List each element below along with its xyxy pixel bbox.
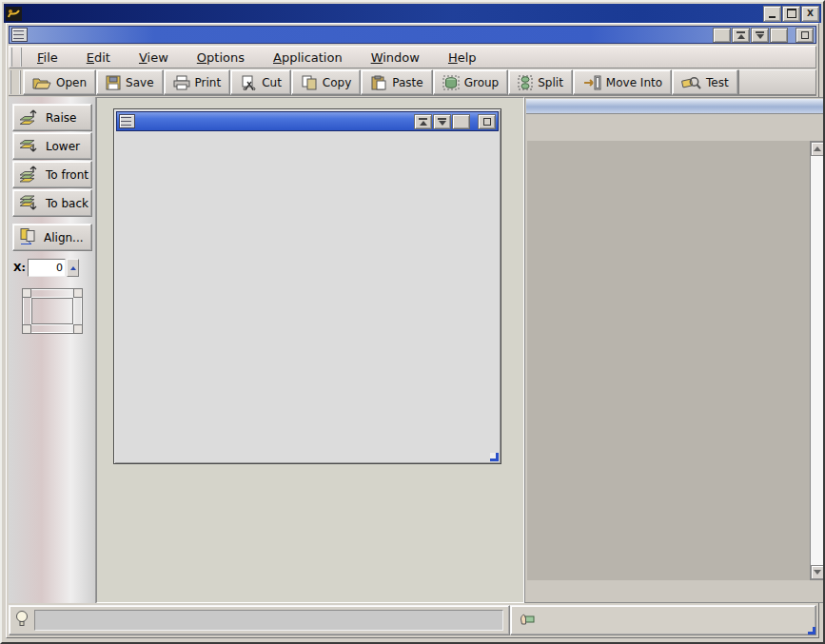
- document-titlebar[interactable]: [9, 26, 816, 44]
- lower-icon: [18, 136, 42, 157]
- maximize-button[interactable]: [782, 6, 800, 22]
- geometry-row-x: X:: [10, 257, 93, 279]
- toolbar-grip[interactable]: [10, 70, 21, 94]
- toolbar-button-label: Save: [126, 76, 153, 89]
- statusbar: [9, 605, 816, 635]
- palette-titlebar[interactable]: [526, 99, 824, 114]
- bulb-icon: [15, 610, 29, 632]
- palette-tabs: [526, 114, 824, 141]
- base-module-titlebar[interactable]: [116, 111, 499, 131]
- selection-panel: [510, 605, 816, 635]
- hand-icon: [519, 612, 535, 629]
- toolbar-open-button[interactable]: Open: [23, 69, 96, 95]
- toolbar-cut-button[interactable]: Cut: [230, 69, 291, 95]
- scroll-up-button[interactable]: [811, 142, 824, 156]
- app-frame: FileEditViewOptionsApplicationWindowHelp…: [6, 23, 819, 638]
- toolbar-test-button[interactable]: Test: [672, 69, 738, 95]
- paste-icon: [370, 75, 387, 90]
- zoom-button[interactable]: [751, 28, 769, 43]
- print-icon: [173, 75, 190, 90]
- phab-logo-icon: [6, 7, 22, 21]
- toolbar-print-button[interactable]: Print: [164, 69, 231, 95]
- menu-item-edit[interactable]: Edit: [83, 49, 114, 67]
- to-front-button[interactable]: To front: [12, 161, 92, 188]
- module-menu-icon[interactable]: [119, 114, 135, 128]
- menu-item-help[interactable]: Help: [444, 49, 481, 67]
- geometry-label: X:: [10, 262, 26, 274]
- toolbar-button-label: Split: [538, 76, 563, 89]
- toolbar-filler: [738, 69, 816, 95]
- split-icon: [518, 75, 533, 90]
- x-field[interactable]: [28, 259, 66, 277]
- copy-icon: [301, 75, 318, 90]
- help-button[interactable]: [713, 28, 731, 43]
- raise-button[interactable]: Raise: [12, 104, 92, 131]
- restore-button[interactable]: [770, 28, 788, 43]
- mdi-close-button[interactable]: [796, 28, 814, 43]
- hint-panel: [9, 605, 510, 635]
- toolbar-save-button[interactable]: Save: [96, 69, 163, 95]
- toolbar-move-into-button[interactable]: Move Into: [573, 69, 672, 95]
- toolbar-split-button[interactable]: Split: [508, 69, 573, 95]
- module-close-button[interactable]: [478, 114, 496, 129]
- menu-item-options[interactable]: Options: [193, 49, 248, 67]
- toolbar-button-label: Cut: [262, 76, 282, 89]
- button-label: Lower: [46, 140, 80, 153]
- module-zoom-button[interactable]: [433, 114, 451, 129]
- palette-scrollbar[interactable]: [810, 141, 825, 580]
- menu-item-accel: W: [371, 50, 383, 65]
- window-resize-corner[interactable]: [808, 627, 815, 634]
- to-front-icon: [18, 165, 42, 185]
- hint-field: [34, 610, 503, 631]
- menu-item-accel: O: [197, 50, 206, 65]
- design-canvas[interactable]: [96, 97, 524, 603]
- base-module-window[interactable]: [113, 108, 501, 464]
- toolbar-button-label: Move Into: [606, 76, 662, 89]
- toolbar-button-label: Print: [195, 76, 222, 89]
- group-icon: [442, 75, 460, 90]
- widget-list: [527, 141, 825, 580]
- module-resize-grip[interactable]: [490, 453, 499, 461]
- align-button[interactable]: Align...: [12, 224, 92, 251]
- button-label: Align...: [44, 231, 84, 244]
- menu-item-window[interactable]: Window: [367, 49, 423, 67]
- module-collapse-button[interactable]: [414, 114, 432, 129]
- scroll-down-button[interactable]: [811, 565, 824, 579]
- toolbar-copy-button[interactable]: Copy: [291, 69, 361, 95]
- menubar-grip[interactable]: [10, 48, 22, 67]
- toolbar-paste-button[interactable]: Paste: [361, 69, 432, 95]
- menu-item-file[interactable]: File: [33, 49, 62, 67]
- collapse-button[interactable]: [732, 28, 750, 43]
- widget-palette: [524, 97, 825, 603]
- menu-item-accel: A: [273, 50, 282, 65]
- toolbar-button-label: Group: [464, 76, 500, 89]
- workspace: RaiseLowerTo frontTo back Align... X:: [9, 97, 816, 603]
- x-spinner[interactable]: [67, 259, 79, 277]
- toolbar-group-button[interactable]: Group: [433, 69, 509, 95]
- close-button[interactable]: X: [801, 6, 819, 22]
- menu-item-accel: E: [87, 50, 94, 65]
- spinner-up-icon[interactable]: [67, 259, 79, 277]
- geometry-panel: X:: [10, 257, 93, 279]
- test-icon: [681, 75, 701, 90]
- menu-item-accel: F: [37, 50, 44, 65]
- toolbar-button-label: Copy: [323, 76, 351, 89]
- window-menu-icon[interactable]: [11, 28, 28, 42]
- phab-application-window: X FileEditViewOptionsApplicationWindowHe…: [0, 0, 825, 644]
- raise-icon: [18, 107, 42, 128]
- toolbar-button-label: Test: [706, 76, 729, 89]
- open-icon: [32, 75, 51, 90]
- menu-item-application[interactable]: Application: [269, 49, 346, 67]
- button-label: To front: [46, 168, 88, 182]
- window-titlebar[interactable]: X: [4, 4, 821, 23]
- cut-icon: [240, 75, 257, 90]
- toolbar-button-label: Paste: [392, 76, 422, 89]
- minimize-button[interactable]: [763, 6, 781, 22]
- anchor-editor[interactable]: [22, 288, 83, 334]
- to-back-button[interactable]: To back: [12, 189, 92, 217]
- module-restore-button[interactable]: [452, 114, 470, 129]
- sidebar: RaiseLowerTo frontTo back Align... X:: [9, 97, 96, 603]
- menu-item-view[interactable]: View: [135, 49, 172, 67]
- menu-item-accel: V: [139, 50, 147, 65]
- lower-button[interactable]: Lower: [12, 132, 92, 160]
